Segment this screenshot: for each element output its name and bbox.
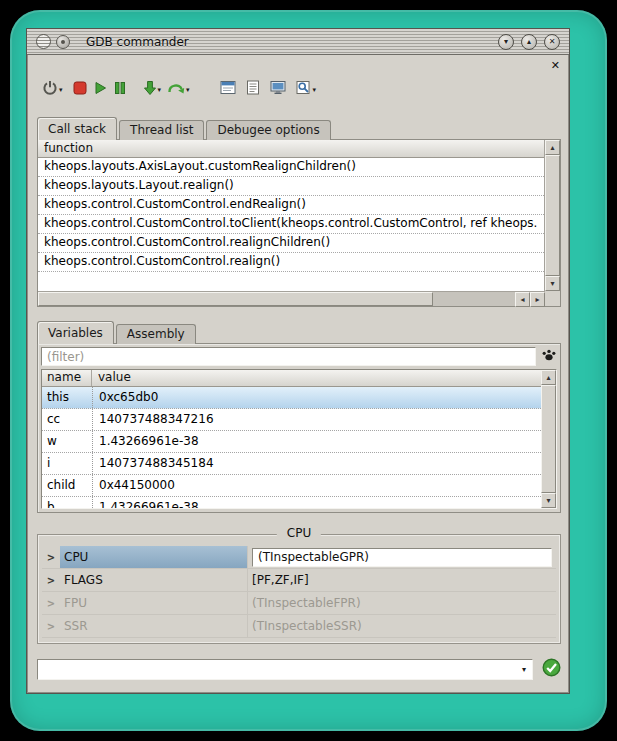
screen-background: GDB commander ▾ ▴ ✕ ✕ ▾ (0, 0, 617, 741)
tab-debugee-options[interactable]: Debugee options (206, 120, 330, 140)
window-menu-icon[interactable] (36, 34, 51, 49)
scrollbar-thumb[interactable] (541, 385, 556, 493)
callstack-list: function kheops.layouts.AxisLayout.custo… (38, 140, 545, 291)
variable-row[interactable]: cc 140737488347216 (42, 409, 541, 431)
scrollbar-thumb[interactable] (38, 292, 433, 306)
variable-row[interactable]: b 1.43266961e-38 (42, 497, 541, 508)
cpu-row-fpu[interactable]: > FPU (TInspectableFPR) (42, 592, 556, 615)
callstack-tabbar: Call stack Thread list Debugee options (37, 117, 333, 140)
power-button[interactable]: ▾ (39, 77, 66, 101)
scroll-right-icon[interactable]: ▸ (530, 292, 545, 307)
tab-call-stack[interactable]: Call stack (37, 117, 117, 140)
window-title: GDB commander (86, 35, 189, 49)
command-input[interactable] (38, 662, 516, 676)
tab-assembly[interactable]: Assembly (116, 324, 196, 344)
continue-button[interactable] (90, 77, 110, 101)
close-icon: ✕ (551, 59, 560, 72)
variables-header: name value (42, 370, 541, 387)
callstack-panel: function kheops.layouts.AxisLayout.custo… (37, 139, 561, 307)
variables-tabbar: Variables Assembly (37, 321, 198, 344)
pause-icon (113, 81, 127, 98)
cpu-row-flags[interactable]: > FLAGS [PF,ZF,IF] (42, 569, 556, 592)
scrollbar-corner (545, 291, 560, 306)
play-icon (93, 81, 107, 98)
dropdown-arrow-icon: ▾ (313, 86, 317, 93)
window-icon (220, 80, 236, 98)
arrow-over-icon (167, 80, 185, 98)
monitor-icon (270, 80, 286, 98)
combo-dropdown-icon[interactable]: ▾ (516, 665, 532, 674)
callstack-row[interactable]: kheops.layouts.AxisLayout.customRealignC… (38, 158, 544, 177)
cpu-row-gpr[interactable]: > CPU (TInspectableGPR) (42, 546, 556, 569)
frames-button[interactable] (217, 77, 239, 101)
filter-row (41, 347, 557, 366)
column-header-value[interactable]: value (92, 370, 541, 386)
tab-thread-list[interactable]: Thread list (119, 120, 204, 140)
source-button[interactable] (243, 77, 263, 101)
app-icon[interactable] (56, 35, 70, 49)
expand-arrow-icon[interactable]: > (42, 621, 60, 632)
callstack-row[interactable]: kheops.control.CustomControl.realign() (38, 253, 544, 272)
callstack-column-header[interactable]: function (38, 140, 544, 158)
variable-row[interactable]: i 140737488345184 (42, 453, 541, 475)
cpu-groupbox-legend: CPU (277, 526, 321, 540)
scroll-down-icon[interactable]: ▾ (545, 276, 560, 291)
stop-button[interactable] (70, 77, 90, 101)
callstack-row[interactable]: kheops.layouts.Layout.realign() (38, 177, 544, 196)
maximize-button[interactable]: ▴ (521, 34, 537, 50)
variables-rows: this 0xc65db0 cc 140737488347216 w 1.432… (42, 387, 541, 508)
stop-icon (73, 81, 87, 98)
shade-button[interactable]: ▾ (498, 34, 514, 50)
step-over-button[interactable]: ▾ (164, 77, 193, 101)
pause-button[interactable] (110, 77, 130, 101)
callstack-vertical-scrollbar[interactable]: ▴ ▾ (545, 140, 560, 291)
step-into-button[interactable]: ▾ (140, 77, 165, 101)
close-icon: ✕ (549, 38, 556, 46)
dropdown-arrow-icon: ▾ (158, 86, 162, 93)
callstack-row[interactable]: kheops.control.CustomControl.toClient(kh… (38, 215, 544, 234)
expand-arrow-icon[interactable]: > (42, 552, 60, 563)
callstack-row[interactable]: kheops.control.CustomControl.realignChil… (38, 234, 544, 253)
check-icon (542, 658, 561, 680)
variables-vertical-scrollbar[interactable]: ▴ ▾ (541, 370, 556, 508)
cpu-row-ssr[interactable]: > SSR (TInspectableSSR) (42, 615, 556, 638)
column-header-name[interactable]: name (42, 370, 92, 386)
cpu-groupbox: CPU > CPU (TInspectableGPR) > FLAGS [PF,… (37, 534, 561, 644)
paw-icon[interactable] (541, 347, 557, 366)
cpu-value-field[interactable]: (TInspectableGPR) (252, 548, 552, 567)
callstack-rows: kheops.layouts.AxisLayout.customRealignC… (38, 158, 544, 291)
variable-row[interactable]: this 0xc65db0 (42, 387, 541, 409)
variables-panel: name value this 0xc65db0 cc 140737488347… (37, 343, 561, 513)
variable-row[interactable]: child 0x44150000 (42, 475, 541, 497)
titlebar-buttons: ▾ ▴ ✕ (498, 34, 560, 50)
callstack-horizontal-scrollbar[interactable]: ◂ ▸ (38, 291, 545, 306)
arrow-down-icon (143, 80, 157, 99)
callstack-row[interactable]: kheops.control.CustomControl.endRealign(… (38, 196, 544, 215)
titlebar[interactable]: GDB commander ▾ ▴ ✕ (27, 29, 569, 55)
scroll-left-icon[interactable]: ◂ (515, 292, 530, 307)
panel-close-button[interactable]: ✕ (551, 60, 560, 71)
filter-input[interactable] (41, 347, 536, 366)
scroll-up-icon[interactable]: ▴ (541, 370, 556, 385)
search-button[interactable]: ▾ (293, 77, 320, 101)
submit-command-button[interactable] (541, 659, 561, 679)
command-bar: ▾ (37, 658, 561, 680)
gdb-commander-window: GDB commander ▾ ▴ ✕ ✕ ▾ (26, 28, 570, 694)
cpu-inspector: > CPU (TInspectableGPR) > FLAGS [PF,ZF,I… (42, 546, 556, 638)
chevron-down-icon: ▾ (504, 38, 508, 46)
variable-row[interactable]: w 1.43266961e-38 (42, 431, 541, 453)
close-button[interactable]: ✕ (544, 34, 560, 50)
dropdown-arrow-icon: ▾ (59, 86, 63, 93)
scroll-up-icon[interactable]: ▴ (545, 140, 560, 155)
scroll-down-icon[interactable]: ▾ (541, 493, 556, 508)
memory-button[interactable] (267, 77, 289, 101)
expand-arrow-icon[interactable]: > (42, 598, 60, 609)
tab-variables[interactable]: Variables (37, 321, 114, 344)
expand-arrow-icon[interactable]: > (42, 575, 60, 586)
magnifier-icon (296, 80, 312, 98)
command-combobox[interactable]: ▾ (37, 659, 533, 680)
document-icon (246, 80, 260, 98)
scrollbar-track[interactable] (433, 292, 515, 306)
variables-table: name value this 0xc65db0 cc 140737488347… (41, 369, 557, 509)
scrollbar-thumb[interactable] (545, 155, 560, 276)
